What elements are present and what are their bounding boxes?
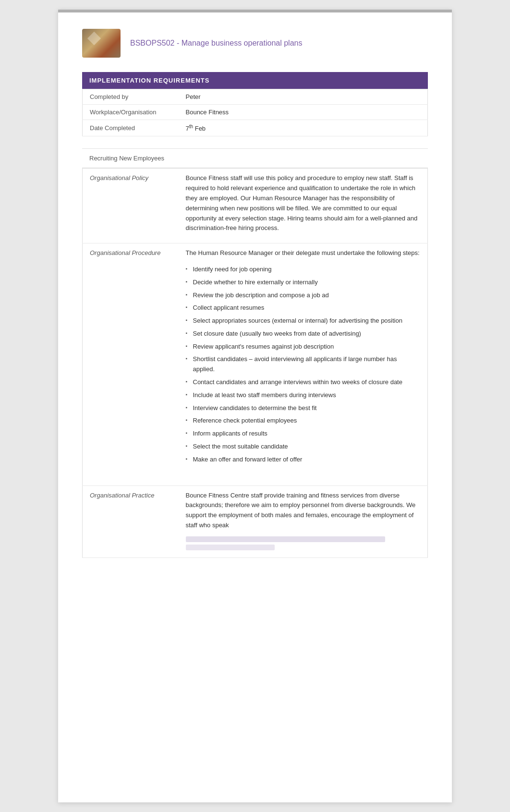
list-item: Review applicant's resumes against job d… [186, 340, 421, 353]
date-month: Feb [193, 125, 206, 132]
section-header: IMPLEMENTATION REQUIREMENTS [82, 72, 428, 89]
procedure-intro: The Human Resource Manager or their dele… [186, 248, 421, 258]
date-number: 7 [186, 125, 189, 132]
list-item: Select appropriates sources (external or… [186, 315, 421, 327]
policy-row: Organisational Policy Bounce Fitness sta… [83, 169, 428, 243]
info-table: Completed by Peter Workplace/Organisatio… [82, 89, 428, 136]
list-item: Make an offer and forward letter of offe… [186, 453, 421, 466]
table-row: Completed by Peter [83, 89, 428, 105]
subsection-title: Recruiting New Employees [82, 148, 428, 168]
page-title: BSBOPS502 - Manage business operational … [130, 39, 302, 48]
top-bar [58, 10, 452, 12]
list-item: Identify need for job opening [186, 263, 421, 276]
list-item: Set closure date (usually two weeks from… [186, 327, 421, 340]
list-item: Review the job description and compose a… [186, 289, 421, 302]
practice-text: Bounce Fitness Centre staff provide trai… [186, 491, 421, 531]
label-workplace: Workplace/Organisation [83, 105, 179, 120]
content-table: Organisational Policy Bounce Fitness sta… [82, 168, 428, 558]
list-item: Interview candidates to determine the be… [186, 402, 421, 415]
policy-content: Bounce Fitness staff will use this polic… [179, 169, 428, 243]
date-superscript: th [189, 124, 193, 129]
practice-content: Bounce Fitness Centre staff provide trai… [179, 485, 428, 557]
blurred-text-1 [186, 536, 385, 542]
label-date: Date Completed [83, 120, 179, 136]
label-completed-by: Completed by [83, 89, 179, 105]
page: BSBOPS502 - Manage business operational … [58, 10, 452, 802]
value-date: 7th Feb [179, 120, 428, 136]
list-item: Decide whether to hire externally or int… [186, 276, 421, 289]
list-item: Shortlist candidates – avoid interviewin… [186, 353, 421, 376]
procedure-content: The Human Resource Manager or their dele… [179, 243, 428, 486]
list-item: Include at least two staff members durin… [186, 389, 421, 402]
policy-paragraph: Bounce Fitness staff will use this polic… [186, 173, 421, 233]
list-item: Reference check potential employees [186, 414, 421, 427]
value-completed-by: Peter [179, 89, 428, 105]
table-row: Date Completed 7th Feb [83, 120, 428, 136]
procedure-row: Organisational Procedure The Human Resou… [83, 243, 428, 486]
list-item: Collect applicant resumes [186, 302, 421, 315]
list-item: Select the most suitable candidate [186, 440, 421, 453]
procedure-bullet-list: Identify need for job opening Decide whe… [186, 263, 421, 466]
procedure-label: Organisational Procedure [83, 243, 179, 486]
list-item: Inform applicants of results [186, 427, 421, 440]
blurred-text-2 [186, 545, 275, 550]
practice-row: Organisational Practice Bounce Fitness C… [83, 485, 428, 557]
practice-label: Organisational Practice [83, 485, 179, 557]
value-workplace: Bounce Fitness [179, 105, 428, 120]
list-item: Contact candidates and arrange interview… [186, 376, 421, 389]
table-row: Workplace/Organisation Bounce Fitness [83, 105, 428, 120]
policy-label: Organisational Policy [83, 169, 179, 243]
logo [82, 29, 121, 58]
header: BSBOPS502 - Manage business operational … [82, 29, 428, 58]
